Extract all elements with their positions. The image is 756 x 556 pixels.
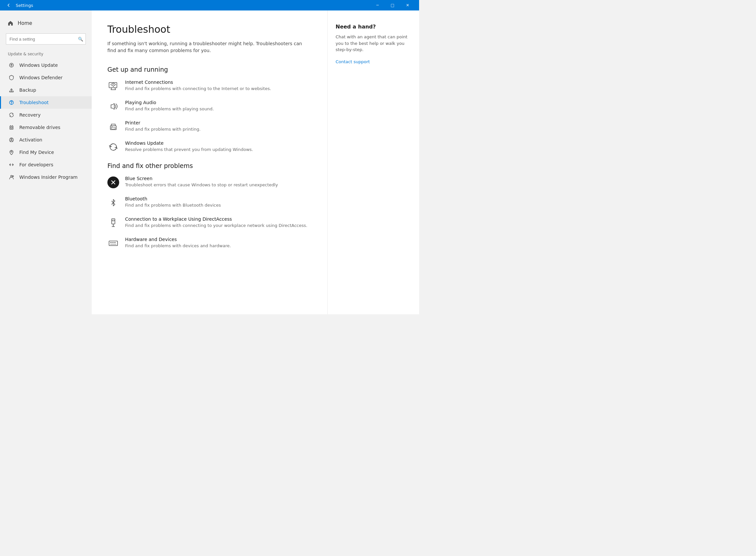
titlebar-controls: ─ □ ✕ — [370, 0, 415, 10]
search-input[interactable] — [6, 33, 86, 44]
sidebar-label-recovery: Recovery — [19, 112, 41, 117]
hardware-desc: Find and fix problems with devices and h… — [125, 243, 231, 249]
svg-point-19 — [110, 242, 111, 243]
internet-connections-name: Internet Connections — [125, 79, 271, 85]
svg-point-9 — [11, 175, 12, 177]
search-icon: 🔍 — [78, 37, 83, 42]
sidebar-item-windows-insider[interactable]: Windows Insider Program — [0, 171, 92, 183]
troubleshoot-item-internet[interactable]: Internet Connections Find and fix proble… — [107, 79, 312, 92]
windows-update-troubleshoot-icon — [107, 141, 119, 153]
sidebar-item-home[interactable]: Home — [0, 17, 92, 30]
backup-icon — [9, 88, 15, 93]
sidebar-home-label: Home — [18, 20, 32, 26]
sidebar-label-defender: Windows Defender — [19, 75, 63, 80]
svg-point-17 — [113, 225, 114, 225]
right-panel-title: Need a hand? — [335, 24, 411, 30]
sidebar: Home 🔍 Update & security Windows Update — [0, 10, 92, 314]
svg-rect-14 — [111, 127, 115, 129]
directaccess-name: Connection to a Workplace Using DirectAc… — [125, 216, 308, 222]
sidebar-label-developers: For developers — [19, 162, 53, 167]
titlebar-title: Settings — [16, 3, 370, 8]
developers-icon — [9, 162, 15, 167]
sidebar-item-removable-drives[interactable]: Removable drives — [0, 121, 92, 134]
page-description: If something isn't working, running a tr… — [107, 40, 312, 54]
playing-audio-desc: Find and fix problems with playing sound… — [125, 106, 214, 112]
sidebar-label-removable-drives: Removable drives — [19, 125, 60, 130]
svg-rect-16 — [112, 220, 114, 221]
printer-text: Printer Find and fix problems with print… — [125, 120, 201, 132]
internet-connections-desc: Find and fix problems with connecting to… — [125, 86, 271, 92]
titlebar-back-button[interactable] — [4, 1, 13, 10]
blue-screen-icon: ✕ — [107, 176, 119, 188]
sidebar-item-backup[interactable]: Backup — [0, 84, 92, 96]
bluetooth-name: Bluetooth — [125, 196, 221, 201]
section2-title: Find and fix other problems — [107, 162, 312, 169]
troubleshoot-icon — [9, 100, 15, 105]
sidebar-section-label: Update & security — [0, 50, 92, 59]
defender-icon — [9, 75, 15, 80]
minimize-button[interactable]: ─ — [370, 0, 385, 10]
app-body: Home 🔍 Update & security Windows Update — [0, 10, 419, 314]
printer-desc: Find and fix problems with printing. — [125, 127, 201, 132]
sidebar-label-insider: Windows Insider Program — [19, 175, 78, 180]
recovery-icon — [9, 112, 15, 117]
titlebar: Settings ─ □ ✕ — [0, 0, 419, 10]
svg-point-7 — [11, 139, 12, 140]
sidebar-item-troubleshoot[interactable]: Troubleshoot — [0, 96, 92, 109]
troubleshoot-item-directaccess[interactable]: Connection to a Workplace Using DirectAc… — [107, 216, 312, 229]
internet-connections-icon — [107, 80, 119, 92]
directaccess-icon — [107, 217, 119, 229]
section-find-fix: Find and fix other problems ✕ Blue Scree… — [107, 162, 312, 249]
sidebar-item-for-developers[interactable]: For developers — [0, 159, 92, 171]
sidebar-item-windows-defender[interactable]: Windows Defender — [0, 71, 92, 84]
blue-screen-x-icon: ✕ — [107, 176, 119, 188]
svg-rect-15 — [112, 219, 115, 224]
contact-support-link[interactable]: Contact support — [335, 59, 370, 64]
hardware-text: Hardware and Devices Find and fix proble… — [125, 237, 231, 249]
troubleshoot-item-audio[interactable]: Playing Audio Find and fix problems with… — [107, 100, 312, 112]
svg-point-10 — [13, 176, 14, 177]
maximize-button[interactable]: □ — [385, 0, 400, 10]
sidebar-label-activation: Activation — [19, 137, 42, 142]
blue-screen-text: Blue Screen Troubleshoot errors that cau… — [125, 176, 278, 188]
playing-audio-icon — [107, 101, 119, 112]
troubleshoot-item-blue-screen[interactable]: ✕ Blue Screen Troubleshoot errors that c… — [107, 176, 312, 188]
wu-name: Windows Update — [125, 140, 253, 146]
removable-drives-icon — [9, 125, 15, 130]
sidebar-item-find-my-device[interactable]: Find My Device — [0, 146, 92, 159]
wu-text: Windows Update Resolve problems that pre… — [125, 140, 253, 152]
close-button[interactable]: ✕ — [400, 0, 415, 10]
playing-audio-name: Playing Audio — [125, 100, 214, 105]
wu-desc: Resolve problems that prevent you from u… — [125, 147, 253, 152]
bluetooth-icon — [107, 197, 119, 209]
sidebar-item-activation[interactable]: Activation — [0, 134, 92, 146]
find-my-device-icon — [9, 150, 15, 155]
directaccess-desc: Find and fix problems with connecting to… — [125, 223, 308, 229]
page-title: Troubleshoot — [107, 24, 312, 35]
troubleshoot-item-printer[interactable]: Printer Find and fix problems with print… — [107, 120, 312, 133]
svg-point-12 — [113, 86, 114, 87]
printer-name: Printer — [125, 120, 201, 126]
home-icon — [8, 21, 13, 26]
windows-update-icon — [9, 63, 15, 68]
right-panel-desc: Chat with an agent that can point you to… — [335, 34, 411, 53]
sidebar-label-find-my-device: Find My Device — [19, 150, 54, 155]
blue-screen-name: Blue Screen — [125, 176, 278, 181]
playing-audio-text: Playing Audio Find and fix problems with… — [125, 100, 214, 112]
sidebar-item-recovery[interactable]: Recovery — [0, 109, 92, 121]
svg-rect-4 — [10, 126, 13, 129]
blue-screen-desc: Troubleshoot errors that cause Windows t… — [125, 182, 278, 188]
troubleshoot-item-hardware[interactable]: Hardware and Devices Find and fix proble… — [107, 237, 312, 249]
bluetooth-text: Bluetooth Find and fix problems with Blu… — [125, 196, 221, 208]
sidebar-label-troubleshoot: Troubleshoot — [19, 100, 49, 105]
troubleshoot-item-bluetooth[interactable]: Bluetooth Find and fix problems with Blu… — [107, 196, 312, 209]
troubleshoot-item-wu[interactable]: Windows Update Resolve problems that pre… — [107, 140, 312, 153]
internet-connections-text: Internet Connections Find and fix proble… — [125, 79, 271, 92]
hardware-devices-icon — [107, 237, 119, 249]
sidebar-search: 🔍 — [6, 33, 86, 44]
sidebar-label-windows-update: Windows Update — [19, 63, 58, 68]
sidebar-label-backup: Backup — [19, 88, 36, 93]
sidebar-item-windows-update[interactable]: Windows Update — [0, 59, 92, 71]
svg-rect-18 — [109, 241, 117, 246]
svg-point-8 — [11, 151, 12, 152]
